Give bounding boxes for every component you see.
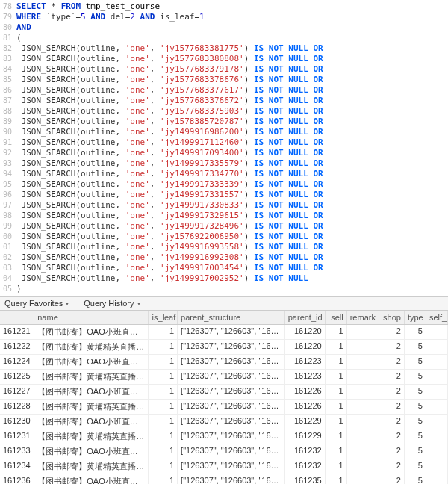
cell-name[interactable]: 【图书邮寄】黄埔精英直播特训营系... [34,370,149,384]
cell-struct[interactable]: ["126307", "126603", "161229"] [178,415,285,429]
cell-struct[interactable]: ["126307", "126603", "161220"] [178,325,285,339]
cell-self[interactable] [426,474,448,484]
cell-leaf[interactable]: 1 [149,370,178,384]
cell-sell[interactable]: 1 [326,355,347,369]
cell-id[interactable]: 161234 [0,459,34,474]
code-line[interactable]: 88 JSON_SEARCH(outline, 'one', 'jy157768… [0,106,448,117]
code-line[interactable]: 80AND [0,22,448,33]
cell-remark[interactable] [347,400,379,414]
code-content[interactable]: JSON_SEARCH(outline, 'one', 'jy149991733… [16,169,448,179]
cell-id[interactable]: 161227 [0,385,34,399]
cell-sell[interactable]: 1 [326,400,347,414]
cell-pid[interactable]: 161223 [285,370,326,384]
col-parent-structure[interactable]: parent_structure [178,311,285,324]
cell-id[interactable]: 161236 [0,474,34,484]
code-line[interactable]: 04 JSON_SEARCH(outline, 'one', 'jy149991… [0,273,448,284]
cell-sell[interactable]: 1 [326,474,347,484]
cell-name[interactable]: 【图书邮寄】OAO小班直播特训营系... [34,444,149,459]
cell-name[interactable]: 【图书邮寄】OAO小班直播特训营系... [34,415,149,429]
cell-remark[interactable] [347,370,379,384]
cell-struct[interactable]: ["126307", "126603", "161232"] [178,444,285,459]
cell-shop[interactable]: 2 [379,474,405,484]
col-self[interactable]: self_ [426,311,448,324]
code-line[interactable]: 95 JSON_SEARCH(outline, 'one', 'jy149991… [0,179,448,190]
cell-struct[interactable]: ["126307", "126603", "161223"] [178,370,285,384]
cell-type[interactable]: 5 [405,355,426,369]
code-line[interactable]: 01 JSON_SEARCH(outline, 'one', 'jy149991… [0,242,448,252]
code-content[interactable]: JSON_SEARCH(outline, 'one', 'jy149991709… [16,148,448,158]
cell-pid[interactable]: 161226 [285,400,326,414]
code-content[interactable]: JSON_SEARCH(outline, 'one', 'jy149991733… [16,179,448,190]
cell-shop[interactable]: 2 [379,340,405,354]
cell-remark[interactable] [347,385,379,399]
code-content[interactable]: ) [16,284,448,294]
cell-leaf[interactable]: 1 [149,415,178,429]
code-content[interactable]: JSON_SEARCH(outline, 'one', 'jy149991700… [16,273,448,284]
code-content[interactable]: JSON_SEARCH(outline, 'one', 'jy149991733… [16,200,448,211]
cell-leaf[interactable]: 1 [149,340,178,354]
cell-sell[interactable]: 1 [326,340,347,354]
cell-id[interactable]: 161222 [0,340,34,354]
table-row[interactable]: 161224【图书邮寄】OAO小班直播特训营系...1["126307", "1… [0,355,448,370]
query-history-dropdown[interactable]: Query History ▾ [84,299,140,308]
cell-id[interactable]: 161230 [0,415,34,429]
code-line[interactable]: 92 JSON_SEARCH(outline, 'one', 'jy149991… [0,148,448,158]
cell-type[interactable]: 5 [405,459,426,474]
cell-self[interactable] [426,340,448,354]
cell-shop[interactable]: 2 [379,429,405,444]
cell-remark[interactable] [347,325,379,339]
code-content[interactable]: JSON_SEARCH(outline, 'one', 'jy149991699… [16,242,448,252]
cell-name[interactable]: 【图书邮寄】OAO小班直播特训营系... [34,355,149,369]
cell-self[interactable] [426,444,448,459]
cell-name[interactable]: 【图书邮寄】OAO小班直播特训营系... [34,385,149,399]
cell-shop[interactable]: 2 [379,415,405,429]
code-line[interactable]: 93 JSON_SEARCH(outline, 'one', 'jy149991… [0,158,448,169]
cell-name[interactable]: 【图书邮寄】OAO小班直播特训营系... [34,474,149,484]
code-content[interactable]: JSON_SEARCH(outline, 'one', 'jy157768337… [16,85,448,96]
cell-shop[interactable]: 2 [379,385,405,399]
cell-type[interactable]: 5 [405,400,426,414]
cell-sell[interactable]: 1 [326,429,347,444]
cell-struct[interactable]: ["126307", "126603", "161220"] [178,340,285,354]
cell-id[interactable]: 161233 [0,444,34,459]
cell-remark[interactable] [347,444,379,459]
cell-self[interactable] [426,370,448,384]
code-line[interactable]: 05) [0,284,448,294]
cell-struct[interactable]: ["126307", "126603", "161223"] [178,355,285,369]
code-line[interactable]: 90 JSON_SEARCH(outline, 'one', 'jy149991… [0,127,448,137]
code-content[interactable]: JSON_SEARCH(outline, 'one', 'jy157768338… [16,54,448,64]
code-content[interactable]: JSON_SEARCH(outline, 'one', 'jy149991732… [16,211,448,221]
cell-type[interactable]: 5 [405,325,426,339]
code-content[interactable]: JSON_SEARCH(outline, 'one', 'jy149991711… [16,137,448,148]
cell-sell[interactable]: 1 [326,459,347,474]
code-line[interactable]: 89 JSON_SEARCH(outline, 'one', 'jy157838… [0,117,448,127]
code-line[interactable]: 02 JSON_SEARCH(outline, 'one', 'jy149991… [0,252,448,263]
col-remark[interactable]: remark [347,311,379,324]
cell-sell[interactable]: 1 [326,325,347,339]
cell-leaf[interactable]: 1 [149,474,178,484]
cell-shop[interactable]: 2 [379,355,405,369]
cell-shop[interactable]: 2 [379,325,405,339]
code-content[interactable]: JSON_SEARCH(outline, 'one', 'jy149991698… [16,127,448,137]
table-row[interactable]: 161227【图书邮寄】OAO小班直播特训营系...1["126307", "1… [0,385,448,400]
table-row[interactable]: 161230【图书邮寄】OAO小班直播特训营系...1["126307", "1… [0,415,448,429]
cell-sell[interactable]: 1 [326,385,347,399]
cell-leaf[interactable]: 1 [149,400,178,414]
code-line[interactable]: 86 JSON_SEARCH(outline, 'one', 'jy157768… [0,85,448,96]
cell-pid[interactable]: 161235 [285,474,326,484]
cell-shop[interactable]: 2 [379,459,405,474]
cell-pid[interactable]: 161229 [285,429,326,444]
cell-struct[interactable]: ["126307", "126603", "161235"] [178,474,285,484]
code-line[interactable]: 98 JSON_SEARCH(outline, 'one', 'jy149991… [0,211,448,221]
code-content[interactable]: JSON_SEARCH(outline, 'one', 'jy149991733… [16,158,448,169]
cell-remark[interactable] [347,474,379,484]
code-content[interactable]: JSON_SEARCH(outline, 'one', 'jy149991699… [16,252,448,263]
code-content[interactable]: ( [16,33,448,43]
code-content[interactable]: JSON_SEARCH(outline, 'one', 'jy149991700… [16,263,448,273]
col-is-leaf[interactable]: is_leaf [149,311,178,324]
code-line[interactable]: 97 JSON_SEARCH(outline, 'one', 'jy149991… [0,200,448,211]
code-content[interactable]: AND [16,22,448,33]
table-row[interactable]: 161221【图书邮寄】OAO小班直播特训营系...1["126307", "1… [0,325,448,340]
col-sell[interactable]: sell [326,311,347,324]
code-line[interactable]: 85 JSON_SEARCH(outline, 'one', 'jy157768… [0,75,448,85]
